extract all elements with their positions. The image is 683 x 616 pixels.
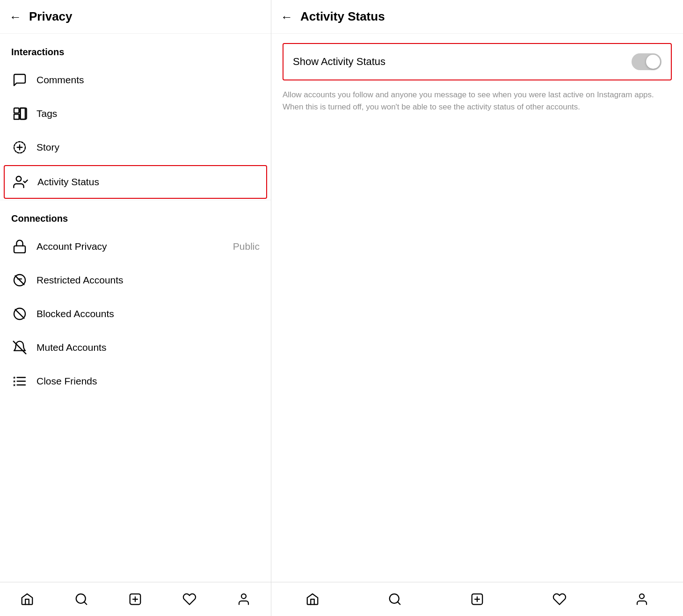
- svg-line-19: [84, 602, 87, 604]
- lock-icon: [11, 238, 28, 255]
- right-title: Activity Status: [300, 9, 385, 24]
- left-nav-profile[interactable]: [233, 589, 254, 609]
- menu-item-restricted-accounts[interactable]: Restricted Accounts: [0, 263, 271, 297]
- svg-text:★: ★: [13, 383, 16, 387]
- muted-icon: [11, 339, 28, 356]
- show-activity-status-label: Show Activity Status: [293, 56, 385, 68]
- right-nav-search[interactable]: [385, 589, 405, 609]
- right-nav-profile[interactable]: [632, 589, 652, 609]
- story-label: Story: [36, 142, 260, 153]
- left-bottom-nav: [0, 582, 271, 616]
- connections-label: Connections: [0, 200, 271, 230]
- svg-point-23: [241, 594, 246, 599]
- menu-item-activity-status[interactable]: Activity Status: [4, 165, 267, 199]
- svg-rect-6: [14, 246, 25, 253]
- svg-point-5: [16, 176, 22, 181]
- svg-line-25: [398, 602, 400, 604]
- close-friends-label: Close Friends: [36, 376, 260, 387]
- right-header: ← Activity Status: [271, 0, 683, 34]
- menu-item-account-privacy[interactable]: Account Privacy Public: [0, 230, 271, 263]
- right-nav-add[interactable]: [467, 589, 487, 609]
- comments-label: Comments: [36, 74, 260, 86]
- muted-accounts-label: Muted Accounts: [36, 342, 260, 353]
- restricted-accounts-label: Restricted Accounts: [36, 275, 260, 286]
- blocked-icon: [11, 305, 28, 322]
- left-nav-add[interactable]: [125, 589, 145, 609]
- menu-item-story[interactable]: Story: [0, 130, 271, 164]
- interactions-label: Interactions: [0, 34, 271, 63]
- left-back-button[interactable]: ←: [9, 11, 22, 23]
- activity-status-label: Activity Status: [37, 176, 259, 188]
- blocked-accounts-label: Blocked Accounts: [36, 308, 260, 319]
- activity-status-description: Allow accounts you follow and anyone you…: [283, 89, 672, 113]
- story-icon: [11, 139, 28, 156]
- left-nav-heart[interactable]: [179, 589, 200, 609]
- right-content: Show Activity Status Allow accounts you …: [271, 34, 683, 582]
- left-nav-search[interactable]: [71, 589, 92, 609]
- show-activity-status-row: Show Activity Status: [283, 43, 672, 80]
- svg-line-9: [15, 310, 24, 319]
- activity-status-toggle[interactable]: [632, 53, 661, 70]
- svg-rect-0: [14, 108, 19, 113]
- right-panel: ← Activity Status Show Activity Status A…: [271, 0, 683, 616]
- svg-rect-1: [20, 108, 25, 119]
- right-nav-heart[interactable]: [549, 589, 570, 609]
- right-nav-home[interactable]: [302, 589, 323, 609]
- menu-item-close-friends[interactable]: ★ ★ ★ Close Friends: [0, 364, 271, 398]
- activity-status-icon: [12, 174, 29, 190]
- menu-item-muted-accounts[interactable]: Muted Accounts: [0, 331, 271, 364]
- tag-icon: [11, 105, 28, 122]
- close-friends-icon: ★ ★ ★: [11, 373, 28, 390]
- right-back-button[interactable]: ←: [281, 11, 293, 23]
- account-privacy-label: Account Privacy: [36, 241, 225, 252]
- tags-label: Tags: [36, 108, 260, 119]
- comment-icon: [11, 72, 28, 88]
- left-nav-home[interactable]: [17, 589, 37, 609]
- left-header: ← Privacy: [0, 0, 271, 34]
- left-panel: ← Privacy Interactions Comments: [0, 0, 271, 616]
- account-privacy-value: Public: [233, 241, 260, 252]
- menu-item-blocked-accounts[interactable]: Blocked Accounts: [0, 297, 271, 331]
- right-bottom-nav: [271, 582, 683, 616]
- restricted-icon: [11, 272, 28, 289]
- svg-point-29: [639, 594, 644, 599]
- left-title: Privacy: [29, 9, 73, 24]
- menu-item-tags[interactable]: Tags: [0, 97, 271, 130]
- menu-item-comments[interactable]: Comments: [0, 63, 271, 97]
- left-content: Interactions Comments Tags: [0, 34, 271, 582]
